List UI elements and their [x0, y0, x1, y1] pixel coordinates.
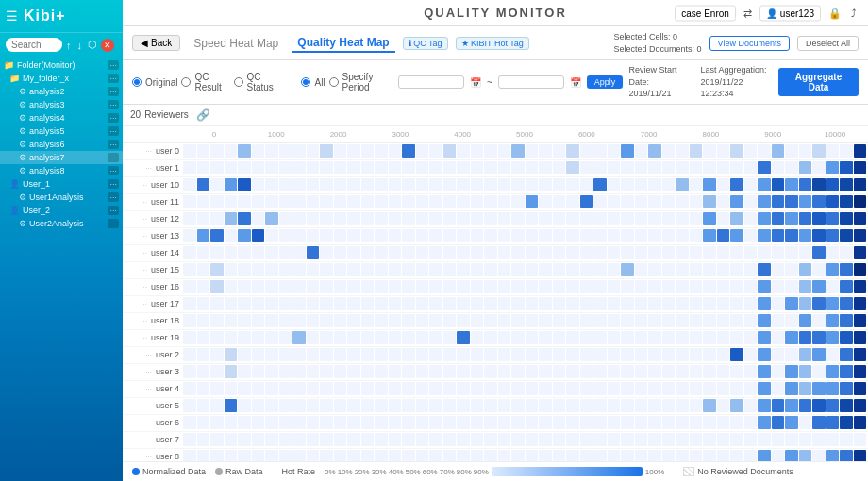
heatmap-cell[interactable] — [854, 195, 867, 208]
heatmap-cell[interactable] — [799, 331, 812, 344]
heatmap-cell[interactable] — [375, 450, 388, 461]
heatmap-cell[interactable] — [210, 280, 224, 293]
heatmap-cell[interactable] — [402, 280, 415, 293]
heatmap-cell[interactable] — [511, 195, 525, 208]
close-icon[interactable]: ✕ — [101, 39, 114, 52]
heatmap-cell[interactable] — [744, 433, 758, 446]
heatmap-cell[interactable] — [279, 229, 292, 242]
specify-period-radio[interactable] — [329, 77, 339, 87]
heatmap-cell[interactable] — [307, 246, 320, 259]
heatmap-cell[interactable] — [676, 416, 689, 429]
heatmap-cell[interactable] — [429, 314, 442, 327]
heatmap-cell[interactable] — [307, 314, 320, 327]
heatmap-cell[interactable] — [443, 399, 457, 412]
heatmap-cell[interactable] — [812, 331, 826, 344]
heatmap-cell[interactable] — [526, 229, 539, 242]
heatmap-cell[interactable] — [443, 382, 457, 395]
heatmap-cell[interactable] — [511, 348, 525, 361]
heatmap-cell[interactable] — [730, 433, 743, 446]
heatmap-cell[interactable] — [744, 144, 758, 158]
heatmap-cell[interactable] — [812, 212, 826, 225]
heatmap-cell[interactable] — [526, 331, 539, 344]
heatmap-cell[interactable] — [457, 314, 470, 327]
heatmap-cell[interactable] — [840, 314, 853, 327]
heatmap-cell[interactable] — [265, 195, 278, 208]
heatmap-cell[interactable] — [307, 331, 320, 344]
heatmap-cell[interactable] — [676, 399, 689, 412]
heatmap-cell[interactable] — [375, 331, 388, 344]
heatmap-cell[interactable] — [265, 314, 278, 327]
heatmap-cell[interactable] — [758, 450, 771, 461]
heatmap-cell[interactable] — [703, 178, 716, 191]
user-row-dots[interactable]: ··· — [141, 266, 147, 274]
heatmap-cell[interactable] — [347, 195, 360, 208]
heatmap-cell[interactable] — [785, 161, 798, 174]
heatmap-cell[interactable] — [320, 382, 333, 395]
heatmap-cell[interactable] — [553, 229, 566, 242]
heatmap-cell[interactable] — [539, 144, 552, 158]
sidebar-item-user2[interactable]: 👤 User_2 ··· — [0, 204, 123, 217]
heatmap-cell[interactable] — [457, 365, 470, 378]
heatmap-cell[interactable] — [772, 416, 785, 429]
heatmap-cell[interactable] — [812, 263, 826, 276]
heatmap-cell[interactable] — [772, 178, 785, 191]
heatmap-cell[interactable] — [402, 263, 415, 276]
heatmap-cell[interactable] — [361, 161, 375, 174]
heatmap-cell[interactable] — [744, 212, 758, 225]
heatmap-cell[interactable] — [635, 416, 648, 429]
heatmap-cell[interactable] — [252, 399, 265, 412]
heatmap-cell[interactable] — [662, 161, 676, 174]
heatmap-cell[interactable] — [539, 365, 552, 378]
heatmap-cell[interactable] — [580, 399, 593, 412]
heatmap-cell[interactable] — [197, 450, 210, 461]
user-row-dots[interactable]: ··· — [145, 164, 152, 173]
heatmap-cell[interactable] — [197, 178, 210, 191]
heatmap-cell[interactable] — [197, 331, 210, 344]
heatmap-cell[interactable] — [292, 263, 306, 276]
heatmap-cell[interactable] — [457, 433, 470, 446]
heatmap-cell[interactable] — [279, 450, 292, 461]
heatmap-cell[interactable] — [758, 195, 771, 208]
heatmap-cell[interactable] — [526, 212, 539, 225]
heatmap-cell[interactable] — [812, 297, 826, 310]
heatmap-cell[interactable] — [361, 144, 375, 158]
heatmap-cell[interactable] — [580, 280, 593, 293]
heatmap-cell[interactable] — [334, 229, 347, 242]
heatmap-cell[interactable] — [744, 297, 758, 310]
heatmap-cell[interactable] — [252, 178, 265, 191]
heatmap-cell[interactable] — [252, 246, 265, 259]
heatmap-cell[interactable] — [566, 263, 579, 276]
heatmap-cell[interactable] — [238, 314, 251, 327]
heatmap-cell[interactable] — [717, 433, 730, 446]
heatmap-cell[interactable] — [320, 297, 333, 310]
heatmap-cell[interactable] — [854, 399, 867, 412]
heatmap-cell[interactable] — [457, 263, 470, 276]
heatmap-cell[interactable] — [744, 246, 758, 259]
heatmap-cell[interactable] — [265, 365, 278, 378]
heatmap-cell[interactable] — [252, 365, 265, 378]
heatmap-cell[interactable] — [265, 263, 278, 276]
heatmap-cell[interactable] — [292, 433, 306, 446]
heatmap-cell[interactable] — [498, 314, 511, 327]
user-row-dots[interactable]: ··· — [141, 283, 147, 291]
heatmap-cell[interactable] — [593, 450, 607, 461]
heatmap-cell[interactable] — [347, 212, 360, 225]
heatmap-cell[interactable] — [443, 161, 457, 174]
heatmap-cell[interactable] — [210, 348, 224, 361]
heatmap-cell[interactable] — [566, 314, 579, 327]
heatmap-cell[interactable] — [566, 348, 579, 361]
heatmap-cell[interactable] — [292, 314, 306, 327]
heatmap-cell[interactable] — [758, 263, 771, 276]
heatmap-cell[interactable] — [703, 280, 716, 293]
heatmap-cell[interactable] — [375, 399, 388, 412]
heatmap-cell[interactable] — [854, 280, 867, 293]
heatmap-cell[interactable] — [553, 178, 566, 191]
heatmap-cell[interactable] — [238, 450, 251, 461]
heatmap-cell[interactable] — [279, 433, 292, 446]
heatmap-cell[interactable] — [225, 263, 238, 276]
heatmap-cell[interactable] — [498, 263, 511, 276]
heatmap-cell[interactable] — [225, 399, 238, 412]
heatmap-cell[interactable] — [676, 144, 689, 158]
heatmap-cell[interactable] — [225, 331, 238, 344]
heatmap-cell[interactable] — [320, 280, 333, 293]
